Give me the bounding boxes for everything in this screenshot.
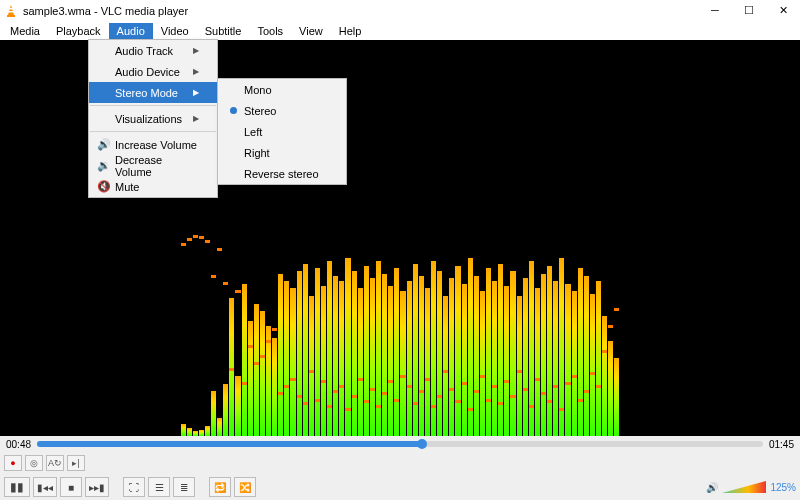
viz-bar xyxy=(193,246,198,436)
menu-subtitle[interactable]: Subtitle xyxy=(197,23,250,39)
viz-bar xyxy=(242,246,247,436)
pause-button[interactable]: ▮▮ xyxy=(4,477,30,497)
loop-a-button[interactable]: A↻ xyxy=(46,455,64,471)
viz-bar xyxy=(327,246,332,436)
viz-bar xyxy=(284,246,289,436)
svg-marker-0 xyxy=(8,5,14,15)
viz-bar xyxy=(272,246,277,436)
vlc-icon xyxy=(4,4,18,18)
loop-button[interactable]: 🔁 xyxy=(209,477,231,497)
menubar: MediaPlaybackAudioVideoSubtitleToolsView… xyxy=(0,22,800,40)
viz-bar xyxy=(474,246,479,436)
viz-bar xyxy=(297,246,302,436)
stereo-option-stereo[interactable]: Stereo xyxy=(218,100,346,121)
viz-bar xyxy=(504,246,509,436)
speaker-icon: 🔊 xyxy=(706,482,718,493)
viz-bar xyxy=(376,246,381,436)
viz-bar xyxy=(425,246,430,436)
frame-step-button[interactable]: ▸| xyxy=(67,455,85,471)
viz-bar xyxy=(388,246,393,436)
viz-bar xyxy=(468,246,473,436)
viz-bar xyxy=(370,246,375,436)
viz-bar xyxy=(303,246,308,436)
time-current: 00:48 xyxy=(6,439,31,450)
record-toolbar: ● ◎ A↻ ▸| xyxy=(0,452,800,474)
maximize-button[interactable]: ☐ xyxy=(732,0,766,20)
menu-audio[interactable]: Audio xyxy=(109,23,153,39)
stereo-option-reverse[interactable]: Reverse stereo xyxy=(218,163,346,184)
viz-bar xyxy=(419,246,424,436)
seek-bar[interactable] xyxy=(37,441,763,447)
minimize-button[interactable]: ─ xyxy=(698,0,732,20)
viz-bar xyxy=(413,246,418,436)
volume-up-icon: 🔊 xyxy=(95,138,113,151)
viz-bar xyxy=(608,246,613,436)
viz-bar xyxy=(529,246,534,436)
viz-bar xyxy=(407,246,412,436)
extended-settings-button[interactable]: ☰ xyxy=(148,477,170,497)
menu-video[interactable]: Video xyxy=(153,23,197,39)
viz-bar xyxy=(578,246,583,436)
shuffle-button[interactable]: 🔀 xyxy=(234,477,256,497)
viz-bar xyxy=(290,246,295,436)
close-button[interactable]: ✕ xyxy=(766,0,800,20)
menu-mute[interactable]: 🔇Mute xyxy=(89,176,217,197)
progress-row: 00:48 01:45 xyxy=(0,436,800,452)
viz-bar xyxy=(278,246,283,436)
menu-audio-device[interactable]: Audio Device▶ xyxy=(89,61,217,82)
viz-bar xyxy=(553,246,558,436)
menu-increase-volume[interactable]: 🔊Increase Volume xyxy=(89,134,217,155)
viz-bar xyxy=(315,246,320,436)
volume-control[interactable]: 🔊 125% xyxy=(706,480,796,494)
menu-playback[interactable]: Playback xyxy=(48,23,109,39)
viz-bar xyxy=(187,246,192,436)
viz-bar xyxy=(614,246,619,436)
titlebar: sample3.wma - VLC media player ─ ☐ ✕ xyxy=(0,0,800,22)
volume-percent: 125% xyxy=(770,482,796,493)
viz-bar xyxy=(510,246,515,436)
menu-view[interactable]: View xyxy=(291,23,331,39)
menu-visualizations[interactable]: Visualizations▶ xyxy=(89,108,217,129)
viz-bar xyxy=(602,246,607,436)
viz-bar xyxy=(590,246,595,436)
stereo-option-left[interactable]: Left xyxy=(218,121,346,142)
viz-bar xyxy=(345,246,350,436)
viz-bar xyxy=(364,246,369,436)
audio-menu: Audio Track▶ Audio Device▶ Stereo Mode▶ … xyxy=(88,39,218,198)
fullscreen-button[interactable]: ⛶ xyxy=(123,477,145,497)
svg-rect-2 xyxy=(9,8,13,10)
viz-bar xyxy=(541,246,546,436)
viz-bar xyxy=(333,246,338,436)
viz-bar xyxy=(492,246,497,436)
snapshot-button[interactable]: ◎ xyxy=(25,455,43,471)
radio-selected-icon xyxy=(230,107,237,114)
menu-tools[interactable]: Tools xyxy=(249,23,291,39)
menu-help[interactable]: Help xyxy=(331,23,370,39)
menu-audio-track[interactable]: Audio Track▶ xyxy=(89,40,217,61)
svg-rect-1 xyxy=(7,15,15,17)
viz-bar xyxy=(394,246,399,436)
playlist-button[interactable]: ≣ xyxy=(173,477,195,497)
stereo-option-right[interactable]: Right xyxy=(218,142,346,163)
viz-bar xyxy=(358,246,363,436)
viz-bar xyxy=(565,246,570,436)
viz-bar xyxy=(584,246,589,436)
viz-bar xyxy=(517,246,522,436)
next-button[interactable]: ▸▸▮ xyxy=(85,477,109,497)
viz-bar xyxy=(535,246,540,436)
stereo-option-mono[interactable]: Mono xyxy=(218,79,346,100)
menu-decrease-volume[interactable]: 🔉Decrease Volume xyxy=(89,155,217,176)
viz-bar xyxy=(199,246,204,436)
volume-down-icon: 🔉 xyxy=(95,159,113,172)
previous-button[interactable]: ▮◂◂ xyxy=(33,477,57,497)
viz-bar xyxy=(248,246,253,436)
viz-bar xyxy=(449,246,454,436)
menu-stereo-mode[interactable]: Stereo Mode▶ xyxy=(89,82,217,103)
stop-button[interactable]: ■ xyxy=(60,477,82,497)
viz-bar xyxy=(223,246,228,436)
menu-media[interactable]: Media xyxy=(2,23,48,39)
viz-bar xyxy=(235,246,240,436)
window-title: sample3.wma - VLC media player xyxy=(23,5,796,17)
volume-slider[interactable] xyxy=(722,480,766,494)
record-button[interactable]: ● xyxy=(4,455,22,471)
